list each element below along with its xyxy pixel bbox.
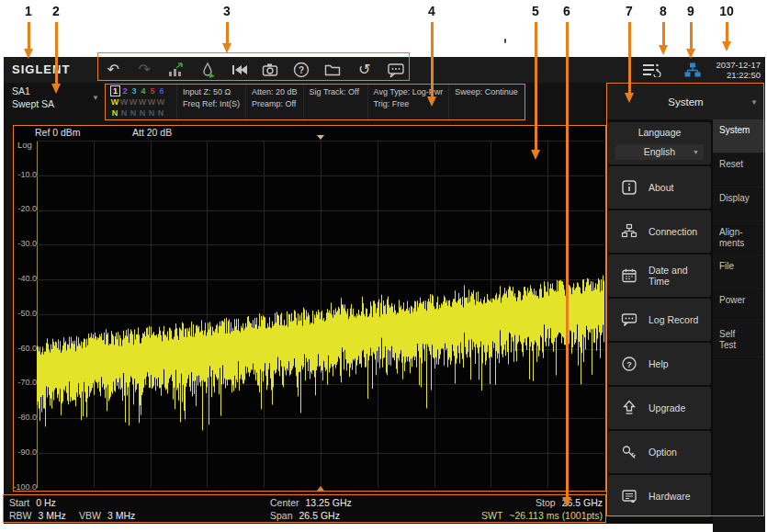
softkey-power[interactable]: Power — [713, 289, 765, 323]
atten-value: Atten: 20 dB — [252, 86, 298, 98]
mode-selector[interactable]: SA1 Swept SA — [12, 85, 54, 110]
stray-mark — [504, 39, 506, 43]
callout-arrowhead-3 — [222, 43, 231, 53]
menu-item-label: About — [649, 182, 673, 193]
option-key-icon — [621, 444, 637, 460]
y-tick: -40.0 — [9, 274, 37, 283]
menu-item-upgrade[interactable]: Upgrade — [608, 387, 711, 429]
trace-load-icon[interactable] — [164, 60, 186, 80]
menu-item-language[interactable]: Language English ▼ — [608, 122, 711, 164]
y-tick: -10.0 — [9, 170, 37, 179]
log-record-icon — [621, 311, 637, 328]
trace-write-flag: W — [129, 96, 138, 108]
stop-freq: Stop26.5 GHz — [518, 497, 603, 508]
marker-save-icon[interactable] — [197, 60, 219, 80]
hardware-icon — [621, 488, 637, 504]
history-icon[interactable]: ↺ — [354, 60, 376, 80]
brand-logo: SIGLENT — [12, 62, 70, 76]
vbw-value: 3 MHz — [107, 510, 135, 521]
trace-write-flag: W — [138, 96, 147, 108]
upgrade-icon — [621, 400, 637, 416]
span-value: 26.5 GHz — [299, 510, 340, 521]
start-freq: Start0 Hz — [9, 497, 56, 508]
center-label: Center — [270, 497, 299, 508]
callout-number-6: 6 — [563, 4, 570, 18]
status-panel: 123456 WWWWWW NNNNNN Input Z: 50 Ω Freq … — [107, 84, 525, 121]
language-dropdown[interactable]: English ▼ — [615, 144, 704, 160]
start-value: 0 Hz — [36, 497, 56, 508]
trace-legend: 123456 WWWWWW NNNNNN — [107, 84, 176, 121]
trace-3-number[interactable]: 3 — [130, 85, 139, 96]
date-value: 2037-12-17 — [694, 60, 761, 70]
connection-icon — [621, 223, 637, 240]
softkey-self-test[interactable]: Self Test — [713, 323, 765, 357]
menu-item-label: Option — [649, 447, 677, 458]
softkey-display[interactable]: Display — [713, 187, 765, 221]
mode-caret-icon[interactable]: ▼ — [92, 94, 99, 102]
scale-type-label: Log — [17, 140, 32, 150]
trace-normal-flag: N — [119, 108, 129, 119]
softkey-reset[interactable]: Reset — [713, 153, 765, 187]
trace-write-flag: W — [156, 96, 165, 108]
menu-item-connection[interactable]: Connection — [608, 210, 711, 253]
menu-item-label: Hardware — [649, 491, 691, 502]
menu-item-label: Date and Time — [649, 265, 711, 287]
rbw-label: RBW — [9, 510, 32, 521]
callout-number-9: 9 — [687, 4, 694, 18]
softkey-alignments[interactable]: Align- ments — [713, 221, 765, 255]
undo-icon[interactable]: ↶ — [102, 60, 124, 80]
softkey-system[interactable]: System — [713, 119, 765, 153]
y-tick: -20.0 — [9, 204, 37, 213]
callout-arrow-1 — [28, 22, 30, 51]
message-icon[interactable] — [385, 60, 407, 80]
system-menu-panel: System ▼ Language English ▼ About Connec… — [606, 83, 765, 524]
menu-item-help[interactable]: ? Help — [608, 343, 711, 385]
span: Span26.5 GHz — [270, 510, 340, 521]
file-icon[interactable] — [321, 60, 344, 80]
trace-4-number[interactable]: 4 — [139, 85, 148, 96]
callout-number-10: 10 — [719, 4, 734, 18]
menu-item-date-time[interactable]: Date and Time — [608, 255, 711, 297]
callout-number-2: 2 — [52, 4, 60, 18]
callout-number-4: 4 — [428, 4, 435, 18]
y-tick: -30.0 — [9, 239, 37, 248]
menu-item-option[interactable]: Option — [608, 431, 711, 473]
help-icon[interactable]: ? — [290, 60, 312, 80]
input-settings: Input Z: 50 Ω Freq Ref: Int(S) — [176, 84, 245, 121]
start-label: Start — [9, 497, 29, 508]
y-tick: -70.0 — [9, 378, 37, 387]
trace-2-number[interactable]: 2 — [120, 85, 130, 96]
y-tick: -60.0 — [9, 344, 37, 353]
menu-item-log-record[interactable]: Log Record — [608, 299, 711, 341]
rbw-value: 3 MHz — [39, 510, 66, 521]
mode-line1: SA1 — [12, 85, 54, 97]
softkey-file[interactable]: File — [713, 255, 765, 289]
ref-level: Ref 0 dBm — [35, 127, 81, 138]
menu-item-label: Upgrade — [649, 402, 685, 413]
svg-text:?: ? — [626, 360, 632, 369]
trace-5-number[interactable]: 5 — [148, 85, 157, 96]
screenshot-icon[interactable] — [259, 60, 281, 80]
attenuation: Att 20 dB — [132, 127, 172, 138]
language-caret-icon[interactable]: ▼ — [693, 144, 699, 160]
menu-item-about[interactable]: About — [608, 166, 711, 209]
avg-type-value: Avg Type: Log-Pwr — [374, 86, 444, 98]
time-value: 21:22:50 — [694, 70, 761, 80]
trace-normal-flag: N — [147, 108, 156, 119]
page: SIGLENT ↶ ↷ ? — [0, 0, 767, 532]
menu-caret-icon[interactable]: ▼ — [750, 98, 758, 107]
quick-menu-icon[interactable] — [641, 62, 661, 77]
center-freq-marker-bottom-icon — [317, 486, 324, 491]
trace-6-number[interactable]: 6 — [157, 85, 166, 96]
menu-item-label: Help — [649, 358, 669, 369]
redo-icon[interactable]: ↷ — [133, 60, 155, 80]
callout-arrow-3 — [226, 22, 229, 45]
menu-item-hardware[interactable]: Hardware — [608, 475, 711, 517]
callout-number-5: 5 — [532, 4, 539, 18]
menu-header[interactable]: System ▼ — [606, 85, 765, 119]
trace-1-number[interactable]: 1 — [110, 85, 120, 96]
language-label: Language — [608, 122, 711, 138]
callout-arrowhead-10 — [722, 41, 731, 51]
callout-arrow-9 — [690, 22, 693, 51]
rewind-icon[interactable] — [228, 60, 250, 80]
